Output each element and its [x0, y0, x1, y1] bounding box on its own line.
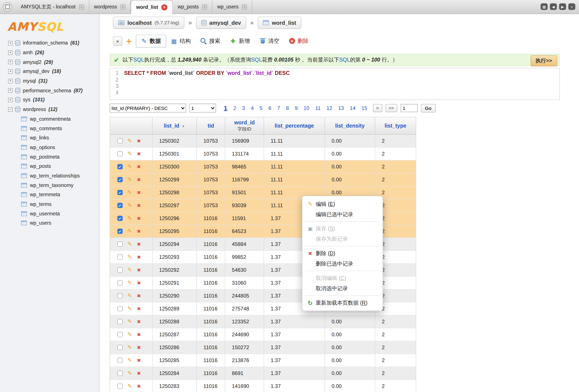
- context-menu-item[interactable]: [305, 222, 380, 222]
- expand-icon[interactable]: [8, 50, 13, 55]
- context-menu-item[interactable]: [305, 271, 380, 271]
- context-menu-item[interactable]: 取消选中记录: [302, 283, 383, 294]
- window-tab[interactable]: AMYSQL主页 - localhost: [16, 0, 89, 13]
- back-icon[interactable]: ◀: [550, 3, 557, 10]
- sidebar-table[interactable]: wp_termmeta: [0, 190, 99, 199]
- close-icon[interactable]: [202, 4, 207, 9]
- sidebar-database[interactable]: information_schema(61): [0, 38, 99, 48]
- row-checkbox[interactable]: [117, 229, 123, 234]
- breadcrumb-server[interactable]: localhost (5.7.27-log): [113, 17, 184, 29]
- delete-row-icon[interactable]: [137, 164, 141, 169]
- sidebar-table[interactable]: wp_term_taxonomy: [0, 180, 99, 190]
- header-select-all[interactable]: [110, 117, 152, 134]
- page-link[interactable]: 7: [275, 105, 282, 111]
- sidebar-table[interactable]: wp_usermeta: [0, 209, 99, 218]
- edit-row-icon[interactable]: [127, 176, 132, 183]
- sql-editor[interactable]: 1234 SELECT * FROM `word_list` ORDER BY …: [110, 68, 560, 100]
- context-menu-item[interactable]: 删除 (D): [302, 248, 383, 259]
- page-link[interactable]: 4: [249, 105, 256, 111]
- row-checkbox[interactable]: [117, 371, 123, 376]
- expand-icon[interactable]: [8, 41, 13, 45]
- context-menu-item[interactable]: 删除已选中记录: [302, 259, 383, 269]
- breadcrumb-table[interactable]: word_list: [258, 17, 301, 29]
- header-list-percentage[interactable]: list_percentage: [264, 117, 325, 134]
- delete-row-icon[interactable]: [137, 293, 141, 299]
- edit-row-icon[interactable]: [127, 163, 132, 170]
- add-tab-icon[interactable]: [126, 37, 132, 45]
- row-checkbox[interactable]: [117, 138, 123, 144]
- context-menu-item[interactable]: 编辑 (E): [302, 199, 383, 209]
- header-tid[interactable]: tid: [197, 117, 225, 134]
- window-tab[interactable]: word_list: [131, 0, 173, 14]
- sidebar-table[interactable]: wp_posts: [0, 162, 99, 171]
- sidebar-table[interactable]: wp_comments: [0, 124, 99, 133]
- row-checkbox[interactable]: [117, 306, 123, 311]
- sidebar-table[interactable]: wp_links: [0, 133, 99, 143]
- row-checkbox[interactable]: [117, 164, 123, 169]
- toolbar-overflow-button[interactable]: »: [113, 36, 122, 46]
- context-menu-item[interactable]: 重新加载本页数据 (R): [302, 298, 383, 308]
- delete-row-icon[interactable]: [137, 241, 141, 247]
- app-menu-icon[interactable]: [3, 2, 12, 11]
- row-checkbox[interactable]: [117, 332, 123, 337]
- sidebar-database[interactable]: mysql(31): [0, 76, 99, 86]
- page-link[interactable]: 13: [336, 105, 346, 111]
- delete-row-icon[interactable]: [137, 357, 141, 363]
- expand-icon[interactable]: [8, 79, 13, 83]
- header-word-id[interactable]: word_id 字段ID: [225, 117, 264, 134]
- close-icon[interactable]: [161, 4, 167, 10]
- delete-row-icon[interactable]: [137, 177, 141, 182]
- header-list-id[interactable]: list_id: [152, 117, 197, 134]
- row-checkbox[interactable]: [117, 319, 123, 324]
- close-window-icon[interactable]: ×: [568, 3, 575, 10]
- row-checkbox[interactable]: [117, 293, 123, 298]
- delete-row-icon[interactable]: [137, 151, 141, 157]
- sidebar-table[interactable]: wp_postmeta: [0, 152, 99, 162]
- page-link[interactable]: 5: [257, 105, 265, 111]
- context-menu-item[interactable]: 保存 (S): [302, 224, 383, 234]
- tile-windows-icon[interactable]: ▦: [541, 3, 548, 10]
- row-checkbox[interactable]: [117, 255, 123, 260]
- page-link[interactable]: 2: [231, 105, 238, 111]
- page-link[interactable]: 14: [348, 105, 358, 111]
- toolbar-tab[interactable]: 数据: [136, 34, 166, 47]
- page-number-input[interactable]: [400, 104, 418, 112]
- row-checkbox[interactable]: [117, 216, 123, 221]
- execute-button[interactable]: 执行>>: [530, 55, 557, 66]
- edit-row-icon[interactable]: [127, 318, 132, 325]
- page-link[interactable]: 6: [266, 105, 274, 111]
- row-checkbox[interactable]: [117, 358, 123, 363]
- header-list-density[interactable]: list_density: [325, 117, 375, 134]
- delete-row-icon[interactable]: [137, 138, 141, 144]
- edit-row-icon[interactable]: [127, 202, 132, 209]
- sort-select[interactable]: list_id (PRIMARY) - DESC: [110, 104, 186, 112]
- delete-row-icon[interactable]: [137, 202, 141, 208]
- context-menu-item[interactable]: 保存为新记录: [302, 234, 383, 244]
- delete-row-icon[interactable]: [137, 370, 141, 376]
- expand-icon[interactable]: [8, 98, 13, 102]
- delete-row-icon[interactable]: [137, 280, 141, 286]
- sidebar-table[interactable]: wp_term_relationships: [0, 171, 99, 180]
- edit-row-icon[interactable]: [127, 357, 132, 364]
- page-size-select[interactable]: 1: [189, 104, 216, 112]
- close-icon[interactable]: [79, 4, 84, 9]
- close-icon[interactable]: [120, 4, 126, 9]
- delete-row-icon[interactable]: [137, 190, 141, 195]
- row-checkbox[interactable]: [117, 177, 123, 182]
- last-page-button[interactable]: >>: [385, 104, 397, 112]
- delete-row-icon[interactable]: [137, 228, 141, 234]
- edit-row-icon[interactable]: [127, 189, 132, 196]
- row-checkbox[interactable]: [117, 345, 123, 350]
- context-menu-item[interactable]: 取消编辑 (C): [302, 273, 383, 283]
- window-tab[interactable]: wp_users: [212, 0, 252, 13]
- page-link[interactable]: 9: [292, 105, 300, 111]
- edit-row-icon[interactable]: [127, 215, 132, 222]
- sidebar-table[interactable]: wp_users: [0, 218, 99, 228]
- context-menu-item[interactable]: [305, 246, 380, 246]
- row-checkbox[interactable]: [117, 384, 123, 389]
- expand-icon[interactable]: [8, 88, 13, 93]
- sidebar-database[interactable]: wordpress(12): [0, 105, 99, 114]
- page-link[interactable]: 3: [240, 105, 247, 111]
- toolbar-tab[interactable]: 新增: [225, 35, 255, 47]
- edit-row-icon[interactable]: [127, 267, 132, 273]
